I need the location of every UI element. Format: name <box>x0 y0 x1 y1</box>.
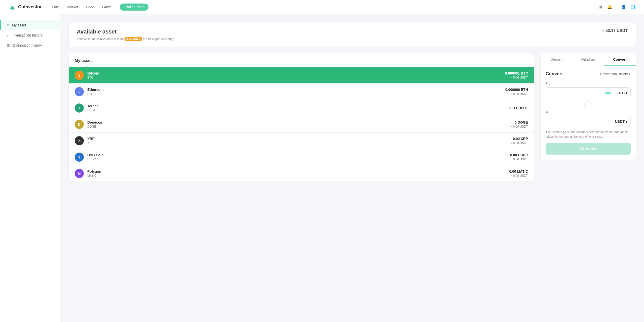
user-icon[interactable]: 👤 <box>621 4 626 10</box>
eth-usdt: ≈ 0.00 USDT <box>505 92 528 96</box>
tab-convert[interactable]: Convert <box>604 53 636 66</box>
convert-note: The ultimate price and output is determi… <box>546 130 631 139</box>
eth-amounts: 0.000000 ETH ≈ 0.00 USDT <box>505 88 528 96</box>
convert-body: Convert Conversion History > From Max BT… <box>541 66 636 160</box>
convert-tabs: Deposit Withdraw Convert <box>541 53 636 66</box>
asset-row-matic[interactable]: M Polygon MATIC 0.00 MATIC ≈ 0.00 USDT <box>69 165 534 182</box>
navbar-right: ⊞ 🔔 👤 🌐 <box>597 4 636 10</box>
sidebar-label-my-asset: My asset <box>12 23 26 27</box>
to-amount-input[interactable] <box>546 116 612 127</box>
from-amount-input[interactable] <box>546 88 603 98</box>
logo-icon <box>8 3 16 11</box>
distribution-icon: ⊞ <box>7 43 10 47</box>
page-header-left: Available asset Your wallet at Coinvesto… <box>77 28 174 41</box>
asset-row-xrp[interactable]: ✕ XRP XRP 0.00 XRP ≈ 0.00 USDT <box>69 132 534 149</box>
max-button[interactable]: Max <box>603 91 614 95</box>
xrp-name: XRP <box>87 137 511 141</box>
wallet-note-text: Your wallet at Coinvestor is built on <box>77 37 124 41</box>
usdt-amount: 53.11 USDT <box>509 106 528 110</box>
nav-earn[interactable]: Earn <box>52 5 59 9</box>
asset-row-btc[interactable]: ₿ Bitcoin BTC 0.000001 BTC ≈ 0.06 USDT <box>69 67 534 83</box>
nav-feed[interactable]: Feed <box>86 5 94 9</box>
asset-card: My asset ₿ Bitcoin BTC 0.000001 BTC ≈ 0.… <box>68 53 534 182</box>
doge-coin-icon: D <box>75 120 84 129</box>
transaction-icon: ⇄ <box>7 33 10 37</box>
asset-info-btc: Bitcoin BTC <box>87 71 505 79</box>
usdt-coin-icon: T <box>75 103 84 113</box>
nav-guide[interactable]: Guide <box>102 5 111 9</box>
matic-amount: 0.00 MATIC <box>509 169 528 173</box>
sidebar-item-my-asset[interactable]: ≡ My asset <box>0 20 60 30</box>
btc-name: Bitcoin <box>87 71 505 75</box>
to-label: To <box>546 110 631 114</box>
to-currency-select[interactable]: USDT ▾ <box>612 117 630 126</box>
binance-label: BINANCE <box>129 38 140 40</box>
conversion-history-link[interactable]: Conversion History > <box>600 72 631 76</box>
asset-info-xrp: XRP XRP <box>87 137 511 145</box>
xrp-amounts: 0.00 XRP ≈ 0.00 USDT <box>511 137 528 145</box>
convert-button[interactable]: Convert <box>546 143 631 155</box>
matic-coin-icon: M <box>75 169 84 178</box>
dashboard-icon[interactable]: ⊞ <box>597 4 603 10</box>
logo[interactable]: Coinvestor <box>8 3 42 11</box>
tab-deposit[interactable]: Deposit <box>541 53 572 66</box>
brand-name: Coinvestor <box>18 4 42 10</box>
total-balance: ≈ 53.17 USDT <box>602 28 628 33</box>
usdc-amounts: 0.00 USDC ≈ 0.00 USDT <box>510 153 528 161</box>
btc-coin-icon: ₿ <box>75 71 84 80</box>
binance-icon: ◆ <box>126 38 128 40</box>
doge-amount: 0 DOGE <box>511 120 528 124</box>
asset-info-usdt: Tether USDT <box>87 104 509 112</box>
from-currency-select[interactable]: BTC ▾ <box>614 88 630 97</box>
navbar-left: Coinvestor Earn Market Feed Guide Tradin… <box>8 3 148 11</box>
xrp-symbol: XRP <box>87 141 511 145</box>
sidebar: ≡ My asset ⇄ Transaction history ⊞ Distr… <box>0 14 60 322</box>
asset-row-doge[interactable]: D Dogecoin DOGE 0 DOGE ≈ 0.00 USDT <box>69 116 534 132</box>
convert-panel: Deposit Withdraw Convert Convert Convers… <box>540 53 636 160</box>
nav-market[interactable]: Market <box>67 5 78 9</box>
btc-amount: 0.000001 BTC <box>505 71 528 75</box>
to-chevron-icon: ▾ <box>626 120 627 124</box>
nav-trading-room[interactable]: Trading room <box>120 4 149 11</box>
two-col-layout: My asset ₿ Bitcoin BTC 0.000001 BTC ≈ 0.… <box>68 53 636 182</box>
to-input-row: USDT ▾ <box>546 116 631 127</box>
usdc-coin-icon: $ <box>75 153 84 162</box>
page-header: Available asset Your wallet at Coinvesto… <box>68 22 636 47</box>
matic-symbol: MATIC <box>87 174 509 177</box>
binance-badge: ◆ BINANCE <box>125 37 142 41</box>
asset-row-usdc[interactable]: $ USD Coin USDC 0.00 USDC ≈ 0.00 USDT <box>69 149 534 165</box>
doge-symbol: DOGE <box>87 125 511 128</box>
matic-amounts: 0.00 MATIC ≈ 0.00 USDT <box>509 169 528 177</box>
usdt-name: Tether <box>87 104 509 108</box>
my-asset-icon: ≡ <box>7 23 9 27</box>
asset-row-eth[interactable]: Ξ Ethereum ETH 0.000000 ETH ≈ 0.00 USDT <box>69 83 534 100</box>
bell-icon[interactable]: 🔔 <box>607 4 613 10</box>
swap-button[interactable]: ↕ <box>584 101 592 109</box>
from-chevron-icon: ▾ <box>626 91 627 95</box>
eth-name: Ethereum <box>87 88 505 92</box>
usdc-amount: 0.00 USDC <box>510 153 528 157</box>
sidebar-item-distribution-history[interactable]: ⊞ Distribution history <box>0 40 60 50</box>
from-currency-label: BTC <box>617 91 625 95</box>
asset-row-usdt[interactable]: T Tether USDT 53.11 USDT <box>69 100 534 116</box>
asset-info-eth: Ethereum ETH <box>87 88 505 96</box>
xrp-usdt: ≈ 0.00 USDT <box>511 141 528 145</box>
from-label: From <box>546 82 631 85</box>
matic-usdt: ≈ 0.00 USDT <box>509 174 528 177</box>
usdc-name: USD Coin <box>87 153 510 157</box>
tab-withdraw[interactable]: Withdraw <box>572 53 604 66</box>
eth-symbol: ETH <box>87 92 505 96</box>
asset-info-doge: Dogecoin DOGE <box>87 120 511 128</box>
page-title: Available asset <box>77 28 174 35</box>
sidebar-label-transaction: Transaction history <box>13 33 43 37</box>
language-icon[interactable]: 🌐 <box>630 4 636 10</box>
to-currency-label: USDT <box>615 120 625 124</box>
sidebar-label-distribution: Distribution history <box>13 43 42 47</box>
from-input-row: Max BTC ▾ <box>546 87 631 98</box>
usdc-symbol: USDC <box>87 158 510 161</box>
usdc-usdt: ≈ 0.00 USDT <box>510 158 528 161</box>
doge-usdt: ≈ 0.00 USDT <box>511 125 528 128</box>
asset-info-usdc: USD Coin USDC <box>87 153 510 161</box>
sidebar-item-transaction-history[interactable]: ⇄ Transaction history <box>0 30 60 40</box>
doge-amounts: 0 DOGE ≈ 0.00 USDT <box>511 120 528 128</box>
